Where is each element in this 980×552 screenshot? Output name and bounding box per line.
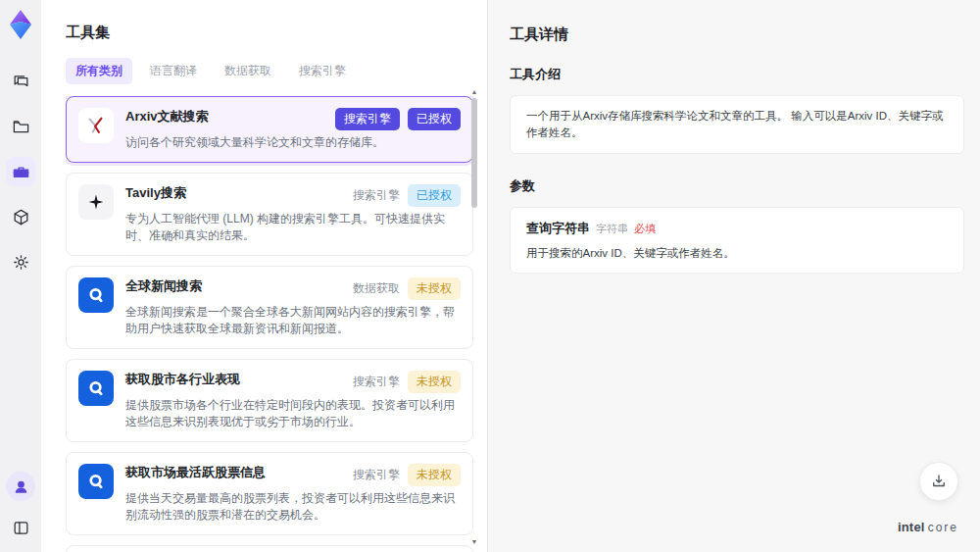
tool-category-tag: 搜索引擎	[353, 187, 400, 204]
tool-description: 提供当天交易量最高的股票列表，投资者可以利用这些信息来识别流动性强的股票和潜在的…	[125, 490, 461, 524]
layout-panel-icon	[12, 519, 30, 537]
tool-category-tag: 搜索引擎	[353, 467, 400, 483]
tool-auth-badge: 已授权	[408, 184, 461, 207]
intro-card: 一个用于从Arxiv存储库搜索科学论文和文章的工具。 输入可以是Arxiv ID…	[510, 95, 964, 154]
scroll-up-icon[interactable]: ▲	[469, 88, 479, 95]
tools-panel: 工具集 所有类别语言翻译数据获取搜索引擎 Arxiv文献搜索 搜索引擎 已授权 …	[41, 0, 487, 552]
tool-category-tag: 搜索引擎	[353, 374, 400, 390]
tab-2[interactable]: 数据获取	[215, 58, 281, 84]
tool-name: Arxiv文献搜索	[125, 108, 209, 125]
intro-heading: 工具介绍	[510, 66, 964, 83]
tool-name: Tavily搜索	[125, 184, 186, 202]
download-icon	[930, 473, 948, 490]
details-title: 工具详情	[510, 25, 964, 44]
tool-details-panel: 工具详情 工具介绍 一个用于从Arxiv存储库搜索科学论文和文章的工具。 输入可…	[487, 0, 980, 552]
category-tabs: 所有类别语言翻译数据获取搜索引擎	[66, 58, 487, 84]
params-heading: 参数	[510, 177, 964, 195]
sidebar-item-files[interactable]	[6, 112, 35, 141]
param-required-badge: 必填	[634, 222, 656, 236]
scroll-down-icon[interactable]: ▼	[469, 538, 479, 545]
toolbox-icon	[12, 163, 30, 181]
sidebar-item-settings[interactable]	[6, 247, 35, 276]
tool-card[interactable]: 获取股市各行业表现 搜索引擎 未授权 提供股票市场各个行业在特定时间段内的表现。…	[66, 359, 473, 442]
param-card: 查询字符串 字符串 必填 用于搜索的Arxiv ID、关键字或作者姓名。	[510, 207, 964, 274]
sidebar-item-collapse[interactable]	[6, 513, 35, 542]
scrollbar-thumb[interactable]	[471, 98, 477, 208]
tool-category-tag: 搜索引擎	[335, 108, 400, 130]
tool-card[interactable]: 获取市场最活跃股票信息 搜索引擎 未授权 提供当天交易量最高的股票列表，投资者可…	[66, 452, 473, 535]
tool-auth-badge: 未授权	[408, 277, 461, 300]
tool-description: 专为人工智能代理 (LLM) 构建的搜索引擎工具。可快速提供实时、准确和真实的结…	[125, 211, 461, 244]
tool-card[interactable]: 全球新闻搜索 数据获取 未授权 全球新闻搜索是一个聚合全球各大新闻网站内容的搜索…	[66, 266, 473, 349]
page-title: 工具集	[66, 24, 487, 42]
tool-category-tag: 数据获取	[353, 280, 400, 297]
tool-name: 全球新闻搜索	[125, 277, 202, 295]
param-desc: 用于搜索的Arxiv ID、关键字或作者姓名。	[526, 246, 948, 261]
tool-list: Arxiv文献搜索 搜索引擎 已授权 访问各个研究领域大量科学论文和文章的存储库…	[66, 96, 473, 552]
tool-icon	[78, 464, 114, 499]
gear-icon	[12, 253, 30, 272]
intro-text: 一个用于从Arxiv存储库搜索科学论文和文章的工具。 输入可以是Arxiv ID…	[526, 108, 948, 141]
tool-auth-badge: 未授权	[408, 371, 461, 393]
user-icon	[12, 477, 30, 496]
tool-icon	[78, 184, 114, 220]
tool-auth-badge: 已授权	[408, 108, 461, 130]
tool-name: 获取市场最活跃股票信息	[125, 464, 266, 481]
app-window: 工具集 所有类别语言翻译数据获取搜索引擎 Arxiv文献搜索 搜索引擎 已授权 …	[0, 0, 980, 552]
tool-card[interactable]: Tavily搜索 搜索引擎 已授权 专为人工智能代理 (LLM) 构建的搜索引擎…	[66, 173, 473, 256]
tool-description: 提供股票市场各个行业在特定时间段内的表现。投资者可以利用这些信息来识别表现优于或…	[125, 397, 461, 430]
tool-card[interactable]: Arxiv文献搜索 搜索引擎 已授权 访问各个研究领域大量科学论文和文章的存储库…	[66, 96, 473, 163]
chat-icon	[12, 73, 30, 91]
tool-icon	[78, 277, 114, 313]
sidebar-item-tools[interactable]	[6, 157, 35, 186]
tool-name: 获取股市各行业表现	[125, 371, 240, 388]
tool-card[interactable]: 万维地区新闻查询 搜索引擎 未授权 查询具体行政区划内的新闻，快速了解各地新闻动	[66, 545, 473, 552]
tool-auth-badge: 未授权	[408, 464, 461, 486]
left-rail	[0, 0, 41, 552]
list-scrollbar[interactable]: ▲ ▼	[469, 88, 479, 545]
tab-3[interactable]: 搜索引擎	[289, 58, 356, 84]
package-icon	[12, 208, 30, 226]
tool-icon	[78, 108, 114, 143]
tab-0[interactable]: 所有类别	[66, 58, 132, 84]
param-type: 字符串	[596, 222, 628, 236]
tab-1[interactable]: 语言翻译	[140, 58, 207, 84]
tool-description: 访问各个研究领域大量科学论文和文章的存储库。	[125, 134, 461, 151]
folder-icon	[12, 118, 30, 136]
tool-icon	[78, 371, 114, 406]
download-button[interactable]	[919, 462, 958, 501]
sidebar-item-chat[interactable]	[6, 67, 35, 96]
param-name: 查询字符串	[526, 220, 590, 237]
app-logo	[6, 8, 35, 41]
sidebar-item-packages[interactable]	[6, 202, 35, 231]
tool-description: 全球新闻搜索是一个聚合全球各大新闻网站内容的搜索引擎，帮助用户快速获取全球最新资…	[125, 304, 461, 337]
intel-core-logo: intel core	[898, 520, 958, 534]
sidebar-item-account[interactable]	[6, 472, 35, 501]
